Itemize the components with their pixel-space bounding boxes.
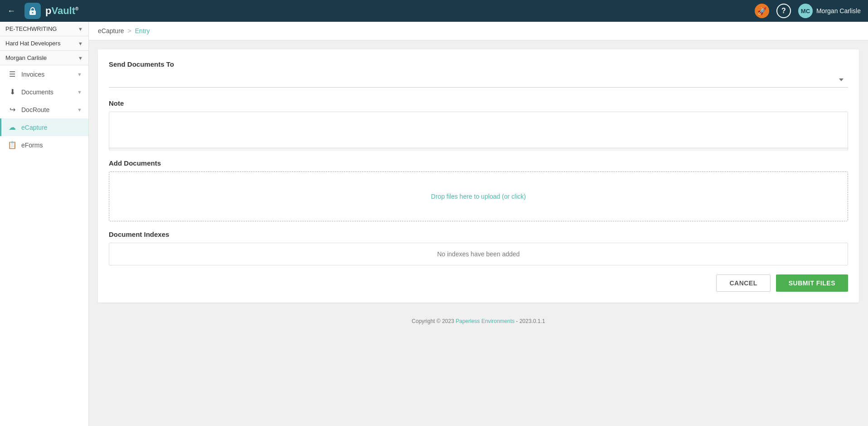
sidebar-item-docroute[interactable]: ↪ DocRoute ▼ bbox=[0, 101, 88, 118]
org-dropdown[interactable]: PE-TECHWRITING ▼ bbox=[0, 22, 88, 36]
action-bar: CANCEL SUBMIT FILES bbox=[109, 265, 848, 292]
ecapture-icon: ☁ bbox=[8, 123, 17, 132]
layout: PE-TECHWRITING ▼ Hard Hat Developers ▼ M… bbox=[0, 22, 868, 426]
svg-point-1 bbox=[32, 12, 34, 14]
invoices-label: Invoices bbox=[21, 71, 73, 78]
submit-button[interactable]: SUBMIT FILES bbox=[776, 274, 848, 292]
form-area: Send Documents To Note Add Documents Dro… bbox=[89, 40, 868, 426]
sidebar-nav: ☰ Invoices ▼ ⬇ Documents ▼ ↪ DocRoute ▼ … bbox=[0, 65, 88, 426]
ecapture-label: eCapture bbox=[21, 124, 82, 131]
team-label: Hard Hat Developers bbox=[5, 40, 60, 47]
drop-zone-text: Drop files here to upload (or click) bbox=[431, 193, 526, 200]
docroute-label: DocRoute bbox=[21, 106, 73, 113]
user-initials: MC bbox=[801, 8, 810, 15]
file-drop-zone[interactable]: Drop files here to upload (or click) bbox=[109, 171, 848, 221]
back-button[interactable]: ← bbox=[7, 7, 15, 15]
top-nav: ← pVault® 🚀 ? MC Morgan Carlisle bbox=[0, 0, 868, 22]
team-dropdown[interactable]: Hard Hat Developers ▼ bbox=[0, 36, 88, 51]
documents-label: Documents bbox=[21, 88, 73, 96]
cancel-button[interactable]: CANCEL bbox=[716, 274, 770, 292]
sidebar: PE-TECHWRITING ▼ Hard Hat Developers ▼ M… bbox=[0, 22, 89, 426]
sidebar-item-ecapture[interactable]: ☁ eCapture bbox=[0, 118, 88, 136]
user-menu[interactable]: MC Morgan Carlisle bbox=[798, 4, 861, 18]
eforms-icon: 📋 bbox=[8, 141, 17, 149]
help-button[interactable]: ? bbox=[776, 4, 791, 18]
add-docs-section-label: Add Documents bbox=[109, 159, 848, 167]
user-chevron-icon: ▼ bbox=[78, 55, 83, 61]
note-wrapper bbox=[109, 112, 848, 150]
logo-icon bbox=[24, 3, 41, 19]
user-dropdown-label: Morgan Carlisle bbox=[5, 54, 47, 61]
note-section-label: Note bbox=[109, 99, 848, 107]
form-card: Send Documents To Note Add Documents Dro… bbox=[98, 49, 859, 303]
logo-name: pVault® bbox=[45, 5, 78, 17]
doc-indexes-section-label: Document Indexes bbox=[109, 230, 848, 238]
docroute-chevron-icon: ▼ bbox=[77, 107, 82, 113]
sidebar-item-invoices[interactable]: ☰ Invoices ▼ bbox=[0, 65, 88, 83]
eforms-label: eForms bbox=[21, 142, 82, 149]
breadcrumb: eCapture > Entry bbox=[89, 22, 868, 40]
rocket-button[interactable]: 🚀 bbox=[755, 4, 769, 18]
doc-indexes-box: No indexes have been added bbox=[109, 243, 848, 265]
user-avatar: MC bbox=[798, 4, 813, 18]
org-chevron-icon: ▼ bbox=[78, 26, 83, 32]
top-nav-left: ← pVault® bbox=[7, 3, 78, 19]
footer-version: - 2023.0.1.1 bbox=[514, 318, 545, 324]
no-indexes-text: No indexes have been added bbox=[437, 250, 519, 258]
main-content: eCapture > Entry Send Documents To Note bbox=[89, 22, 868, 426]
user-name-label: Morgan Carlisle bbox=[816, 7, 861, 15]
breadcrumb-parent: eCapture bbox=[98, 27, 124, 34]
org-label: PE-TECHWRITING bbox=[5, 25, 57, 32]
note-textarea[interactable] bbox=[109, 112, 848, 148]
send-docs-section-label: Send Documents To bbox=[109, 60, 848, 68]
sidebar-item-eforms[interactable]: 📋 eForms bbox=[0, 136, 88, 154]
user-dropdown[interactable]: Morgan Carlisle ▼ bbox=[0, 51, 88, 65]
footer-copyright: Copyright © 2023 bbox=[412, 318, 456, 324]
breadcrumb-current: Entry bbox=[135, 27, 150, 34]
sidebar-item-documents[interactable]: ⬇ Documents ▼ bbox=[0, 83, 88, 101]
invoices-icon: ☰ bbox=[8, 70, 17, 78]
footer-link[interactable]: Paperless Environments bbox=[456, 318, 514, 324]
documents-icon: ⬇ bbox=[8, 88, 17, 96]
docroute-icon: ↪ bbox=[8, 105, 17, 114]
top-nav-right: 🚀 ? MC Morgan Carlisle bbox=[755, 4, 861, 18]
invoices-chevron-icon: ▼ bbox=[77, 72, 82, 77]
team-chevron-icon: ▼ bbox=[78, 41, 83, 46]
send-docs-select[interactable] bbox=[109, 73, 848, 88]
footer: Copyright © 2023 Paperless Environments … bbox=[89, 312, 868, 331]
breadcrumb-separator: > bbox=[128, 27, 131, 34]
documents-chevron-icon: ▼ bbox=[77, 89, 82, 95]
